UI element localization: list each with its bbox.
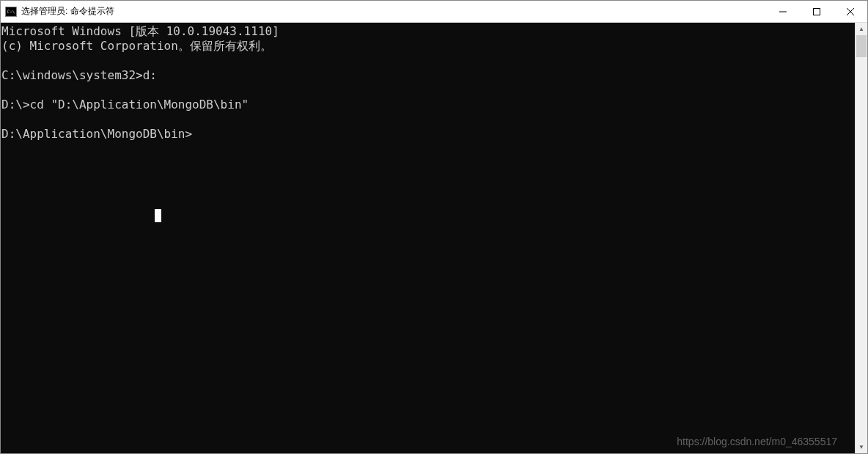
- cmd-icon: [5, 7, 17, 17]
- terminal-line: Microsoft Windows [版本 10.0.19043.1110]: [1, 24, 279, 38]
- close-icon: [847, 8, 854, 15]
- scroll-thumb[interactable]: [856, 35, 867, 57]
- window-controls: [766, 1, 867, 22]
- terminal-line: C:\windows\system32>d:: [1, 68, 157, 82]
- window-title: 选择管理员: 命令提示符: [21, 5, 114, 18]
- title-left: 选择管理员: 命令提示符: [1, 5, 114, 18]
- terminal-output[interactable]: Microsoft Windows [版本 10.0.19043.1110] (…: [1, 23, 855, 453]
- svg-rect-1: [814, 8, 820, 15]
- title-bar[interactable]: 选择管理员: 命令提示符: [1, 1, 867, 23]
- terminal-line: (c) Microsoft Corporation。保留所有权利。: [1, 39, 272, 53]
- close-button[interactable]: [834, 1, 867, 22]
- terminal-line: D:\Application\MongoDB\bin>: [1, 127, 192, 141]
- terminal-line: D:\>cd "D:\Application\MongoDB\bin": [1, 98, 249, 111]
- watermark-text: https://blog.csdn.net/m0_46355517: [677, 434, 837, 449]
- command-prompt-window: 选择管理员: 命令提示符 Microsoft Windows [版本 10.0.…: [0, 0, 868, 454]
- maximize-icon: [813, 8, 820, 15]
- maximize-button[interactable]: [800, 1, 834, 22]
- minimize-icon: [779, 8, 787, 15]
- terminal-cursor: [155, 209, 161, 222]
- scroll-up-arrow-icon[interactable]: ▲: [856, 23, 867, 35]
- vertical-scrollbar[interactable]: ▲ ▼: [855, 23, 867, 453]
- scroll-down-arrow-icon[interactable]: ▼: [856, 441, 867, 453]
- terminal-wrapper: Microsoft Windows [版本 10.0.19043.1110] (…: [1, 23, 867, 453]
- minimize-button[interactable]: [766, 1, 800, 22]
